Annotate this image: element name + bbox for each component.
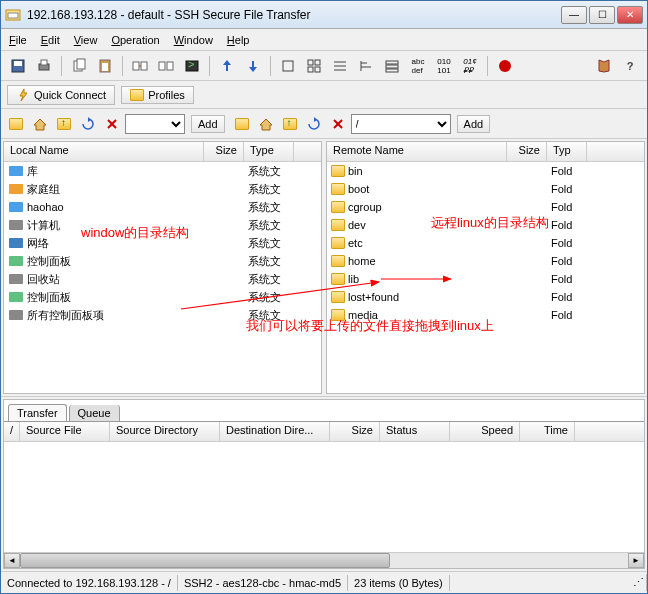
remote-delete-icon[interactable] (327, 113, 349, 135)
remote-col-size[interactable]: Size (507, 142, 547, 161)
local-refresh-icon[interactable] (77, 113, 99, 135)
col-dest-dir[interactable]: Destination Dire... (220, 422, 330, 441)
folder-icon (331, 219, 345, 231)
stop-icon[interactable] (494, 55, 516, 77)
list-item[interactable]: homeFold (327, 252, 644, 270)
save-icon[interactable] (7, 55, 29, 77)
remote-refresh-icon[interactable] (303, 113, 325, 135)
scroll-right-icon[interactable]: ► (628, 553, 644, 568)
scroll-left-icon[interactable]: ◄ (4, 553, 20, 568)
remote-col-name[interactable]: Remote Name (327, 142, 507, 161)
menu-edit[interactable]: Edit (41, 34, 60, 46)
binary-icon[interactable]: 010101 (433, 55, 455, 77)
list-item[interactable]: 家庭组系统文 (4, 180, 321, 198)
svg-rect-41 (9, 256, 23, 266)
titlebar[interactable]: 192.168.193.128 - default - SSH Secure F… (1, 1, 647, 29)
scroll-thumb[interactable] (20, 553, 390, 568)
list-item[interactable]: devFold (327, 216, 644, 234)
list-item[interactable]: 控制面板系统文 (4, 252, 321, 270)
folder-icon (331, 183, 345, 195)
list-item[interactable]: mediaFold (327, 306, 644, 324)
local-new-folder-icon[interactable] (5, 113, 27, 135)
view-tree-icon[interactable] (355, 55, 377, 77)
tab-transfer[interactable]: Transfer (8, 404, 67, 421)
remote-list[interactable]: binFoldbootFoldcgroupFolddevFoldetcFoldh… (327, 162, 644, 393)
col-source-dir[interactable]: Source Directory (110, 422, 220, 441)
list-item[interactable]: 所有控制面板项系统文 (4, 306, 321, 324)
item-name: 控制面板 (27, 290, 71, 305)
remote-home-icon[interactable] (255, 113, 277, 135)
disconnect-icon[interactable] (155, 55, 177, 77)
list-item[interactable]: libFold (327, 270, 644, 288)
tab-queue[interactable]: Queue (69, 405, 120, 421)
connect-icon[interactable] (129, 55, 151, 77)
svg-rect-30 (386, 69, 398, 72)
auto-icon[interactable]: 01¢₽₽ (459, 55, 481, 77)
list-item[interactable]: 计算机系统文 (4, 216, 321, 234)
transfer-body[interactable] (4, 442, 644, 552)
list-item[interactable]: 库系统文 (4, 162, 321, 180)
paste-icon[interactable] (94, 55, 116, 77)
menu-window[interactable]: Window (174, 34, 213, 46)
remote-pane: Remote Name Size Typ binFoldbootFoldcgro… (326, 141, 645, 394)
view-large-icon[interactable] (277, 55, 299, 77)
remote-add-button[interactable]: Add (457, 115, 491, 133)
profiles-button[interactable]: Profiles (121, 86, 194, 104)
view-list-icon[interactable] (329, 55, 351, 77)
transfer-panel: Transfer Queue / Source File Source Dire… (3, 399, 645, 569)
remote-col-type[interactable]: Typ (547, 142, 587, 161)
local-up-icon[interactable]: ↑ (53, 113, 75, 135)
upload-icon[interactable] (216, 55, 238, 77)
abc-icon[interactable]: abcdef (407, 55, 429, 77)
view-small-icon[interactable] (303, 55, 325, 77)
status-resize-grip[interactable]: ⋰ (627, 574, 647, 591)
col-size[interactable]: Size (330, 422, 380, 441)
local-col-type[interactable]: Type (244, 142, 294, 161)
local-col-size[interactable]: Size (204, 142, 244, 161)
maximize-button[interactable]: ☐ (589, 6, 615, 24)
minimize-button[interactable]: — (561, 6, 587, 24)
terminal-icon[interactable]: > (181, 55, 203, 77)
menu-help[interactable]: Help (227, 34, 250, 46)
remote-up-icon[interactable]: ↑ (279, 113, 301, 135)
svg-rect-18 (308, 60, 313, 65)
list-item[interactable]: 回收站系统文 (4, 270, 321, 288)
local-home-icon[interactable] (29, 113, 51, 135)
list-item[interactable]: binFold (327, 162, 644, 180)
menu-view[interactable]: View (74, 34, 98, 46)
col-speed[interactable]: Speed (450, 422, 520, 441)
col-status[interactable]: Status (380, 422, 450, 441)
list-item[interactable]: 网络系统文 (4, 234, 321, 252)
col-source-file[interactable]: Source File (20, 422, 110, 441)
col-slash[interactable]: / (4, 422, 20, 441)
quick-connect-button[interactable]: Quick Connect (7, 85, 115, 105)
close-button[interactable]: ✕ (617, 6, 643, 24)
local-list[interactable]: 库系统文家庭组系统文haohao系统文计算机系统文网络系统文控制面板系统文回收站… (4, 162, 321, 393)
help-icon[interactable]: ? (619, 55, 641, 77)
list-item[interactable]: lost+foundFold (327, 288, 644, 306)
book-help-icon[interactable] (593, 55, 615, 77)
remote-new-folder-icon[interactable] (231, 113, 253, 135)
menu-operation[interactable]: Operation (111, 34, 159, 46)
menu-file[interactable]: File (9, 34, 27, 46)
list-item[interactable]: 控制面板系统文 (4, 288, 321, 306)
download-icon[interactable] (242, 55, 264, 77)
local-col-name[interactable]: Local Name (4, 142, 204, 161)
svg-rect-13 (159, 62, 165, 70)
transfer-scrollbar[interactable]: ◄ ► (4, 552, 644, 568)
view-details-icon[interactable] (381, 55, 403, 77)
copy-icon[interactable] (68, 55, 90, 77)
remote-path-select[interactable]: / (351, 114, 451, 134)
local-delete-icon[interactable] (101, 113, 123, 135)
list-item[interactable]: bootFold (327, 180, 644, 198)
print-icon[interactable] (33, 55, 55, 77)
profiles-label: Profiles (148, 89, 185, 101)
local-path-select[interactable] (125, 114, 185, 134)
svg-rect-37 (9, 184, 23, 194)
list-item[interactable]: haohao系统文 (4, 198, 321, 216)
local-add-button[interactable]: Add (191, 115, 225, 133)
list-item[interactable]: cgroupFold (327, 198, 644, 216)
item-type: 系统文 (244, 217, 294, 234)
col-time[interactable]: Time (520, 422, 575, 441)
list-item[interactable]: etcFold (327, 234, 644, 252)
